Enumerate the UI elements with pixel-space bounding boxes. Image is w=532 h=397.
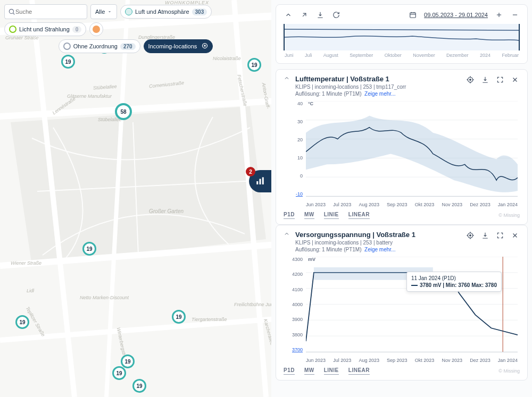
x-tick: Jun 2023 bbox=[306, 202, 326, 207]
chart-resolution: Auflösung: 1 Minute (PT1M) Zeige mehr... bbox=[295, 91, 406, 97]
show-more-link[interactable]: Zeige mehr... bbox=[364, 247, 395, 252]
y-tick: 10 bbox=[284, 155, 305, 161]
map-marker[interactable]: 19 bbox=[112, 366, 126, 380]
minus-icon[interactable] bbox=[510, 10, 520, 20]
chip-count: 270 bbox=[120, 43, 136, 50]
timeline-month-label: Oktober bbox=[385, 53, 402, 58]
chip-other[interactable] bbox=[89, 22, 103, 36]
map-marker[interactable]: 19 bbox=[132, 379, 146, 393]
chart-option-p1d[interactable]: P1D bbox=[284, 212, 295, 219]
street-label: Wiener Straße bbox=[11, 260, 41, 266]
orange-category-icon bbox=[93, 26, 100, 33]
x-tick: Okt 2023 bbox=[415, 358, 435, 363]
map-marker[interactable]: 19 bbox=[15, 315, 29, 329]
chip-label: Licht und Strahlung bbox=[19, 26, 70, 32]
y-tick: 20 bbox=[284, 137, 305, 142]
svg-point-4 bbox=[9, 9, 13, 13]
poi-label: Netto Marken-Discount bbox=[80, 295, 129, 300]
filter-all-select[interactable]: Alle bbox=[90, 4, 117, 19]
chart-tooltip: 11 Jan 2024 (P1D) 3780 mV | Min: 3760 Ma… bbox=[406, 272, 502, 292]
close-icon[interactable] bbox=[202, 43, 208, 50]
chip-licht[interactable]: Licht und Strahlung 0 bbox=[4, 22, 86, 36]
calendar-icon[interactable] bbox=[408, 10, 418, 20]
x-tick: Jul 2023 bbox=[333, 358, 351, 363]
tooltip-value: 3780 mV | Min: 3760 Max: 3780 bbox=[420, 282, 497, 288]
chart-option-linie[interactable]: LINIE bbox=[324, 212, 339, 219]
locate-icon[interactable] bbox=[466, 231, 475, 240]
park-label: Großer Garten bbox=[149, 208, 184, 214]
chip-label: Luft und Atmosphäre bbox=[135, 9, 189, 15]
fullscreen-icon[interactable] bbox=[495, 75, 505, 85]
download-icon[interactable] bbox=[480, 75, 490, 85]
attribution: © Missing bbox=[498, 213, 520, 218]
show-more-link[interactable]: Zeige mehr... bbox=[364, 91, 395, 97]
timeline-month-label: Juli bbox=[305, 53, 312, 58]
search-box[interactable] bbox=[4, 4, 87, 19]
map-marker[interactable]: 58 bbox=[115, 103, 132, 120]
plus-icon[interactable] bbox=[494, 10, 504, 20]
poi-label: Lidl bbox=[27, 288, 34, 293]
map-panel[interactable]: PIRNAISCHE VORSTADT WOHNKOMPLEX Großer G… bbox=[0, 0, 271, 397]
y-tick: 4200 bbox=[284, 272, 305, 277]
expand-icon[interactable] bbox=[300, 10, 309, 20]
tooltip-date: 11 Jan 2024 (P1D) bbox=[411, 275, 497, 281]
svg-point-19 bbox=[470, 79, 471, 81]
timeline-month-label: Juni bbox=[285, 53, 294, 58]
collapse-icon[interactable] bbox=[284, 231, 290, 252]
map-marker[interactable]: 19 bbox=[82, 242, 96, 256]
poi-label: Freilichtbühne Junge Garde bbox=[234, 302, 271, 307]
date-range[interactable]: 09.05.2023 - 29.01.2024 bbox=[424, 12, 488, 18]
chart-option-linear[interactable]: LINEAR bbox=[348, 367, 370, 375]
x-tick: Dez 2023 bbox=[470, 358, 491, 363]
search-icon bbox=[8, 8, 15, 15]
y-tick[interactable]: -10 bbox=[284, 191, 305, 197]
chart-option-linie[interactable]: LINIE bbox=[324, 367, 339, 375]
chart-option-linear[interactable]: LINEAR bbox=[348, 212, 370, 219]
y-tick: 3900 bbox=[284, 317, 305, 322]
chart-title: Versorgungsspannung | Voßstraße 1 bbox=[295, 231, 415, 239]
chart-option-mw[interactable]: MW bbox=[304, 367, 314, 375]
chart-option-mw[interactable]: MW bbox=[304, 212, 314, 219]
bar-chart-icon bbox=[255, 176, 265, 186]
map-marker[interactable]: 19 bbox=[247, 58, 261, 72]
chip-atmosphaere[interactable]: Luft und Atmosphäre 303 bbox=[120, 5, 212, 19]
atmosphere-icon bbox=[125, 8, 132, 15]
chart-option-p1d[interactable]: P1D bbox=[284, 367, 295, 375]
chart-plot[interactable]: °C 403020100-10 Jun 2023Jul 2023Aug 2023… bbox=[284, 101, 520, 207]
chip-ohne-zuordnung[interactable]: Ohne Zuordnung 270 bbox=[59, 39, 140, 53]
chart-card: Lufttemperatur | Voßstraße 1 KLIPS | inc… bbox=[276, 69, 528, 225]
none-icon bbox=[63, 43, 71, 50]
close-icon[interactable] bbox=[510, 231, 520, 240]
svg-rect-3 bbox=[262, 178, 264, 185]
chart-plot[interactable]: mV 4300420041004000390038003700 11 Jan 2… bbox=[284, 257, 520, 363]
map-marker[interactable]: 19 bbox=[121, 354, 135, 368]
locate-icon[interactable] bbox=[466, 75, 475, 85]
mini-timeline[interactable] bbox=[284, 24, 520, 50]
chart-card: Versorgungsspannung | Voßstraße 1 KLIPS … bbox=[276, 225, 528, 381]
download-icon[interactable] bbox=[480, 231, 490, 240]
collapse-icon[interactable] bbox=[284, 75, 290, 97]
svg-rect-10 bbox=[410, 13, 416, 18]
timeline-month-label: August bbox=[323, 53, 338, 58]
close-icon[interactable] bbox=[510, 75, 520, 85]
chip-incoming-locations[interactable]: Incoming-locations bbox=[144, 39, 213, 53]
refresh-icon[interactable] bbox=[331, 10, 341, 20]
fullscreen-icon[interactable] bbox=[495, 231, 505, 240]
collapse-icon[interactable] bbox=[284, 10, 293, 20]
chart-footer-options: P1DMWLINIELINEAR bbox=[284, 367, 370, 375]
y-tick: 0 bbox=[284, 173, 305, 179]
charts-fab[interactable]: 2 bbox=[249, 170, 271, 192]
chart-title: Lufttemperatur | Voßstraße 1 bbox=[295, 75, 406, 83]
map-marker[interactable]: 19 bbox=[61, 55, 75, 69]
y-tick[interactable]: 3700 bbox=[284, 347, 305, 352]
map-marker[interactable]: 19 bbox=[172, 310, 186, 324]
x-tick: Jan 2024 bbox=[498, 358, 518, 363]
chart-subtitle: KLIPS | incoming-locations | 253 | tmp11… bbox=[295, 84, 406, 90]
download-icon[interactable] bbox=[315, 10, 325, 20]
timeline-card: 09.05.2023 - 29.01.2024 JuniJuliAugustSe… bbox=[276, 4, 528, 64]
x-tick: Jan 2024 bbox=[498, 202, 518, 207]
chevron-down-icon bbox=[107, 9, 112, 14]
y-tick: 3800 bbox=[284, 332, 305, 337]
search-input[interactable] bbox=[15, 9, 84, 15]
map-top-controls: Alle Luft und Atmosphäre 303 Licht und S… bbox=[4, 4, 267, 56]
